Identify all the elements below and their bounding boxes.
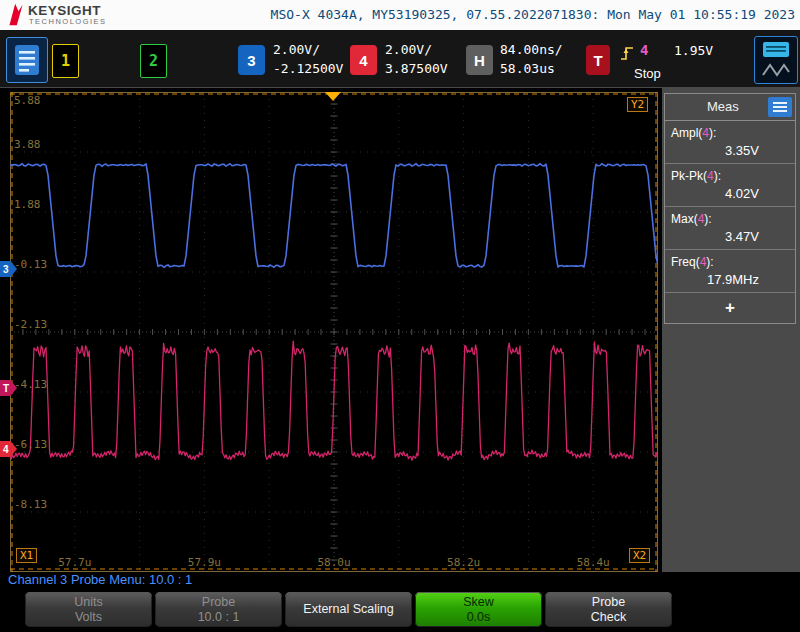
y-axis-label: -0.13 bbox=[14, 258, 47, 271]
meas-label-suffix: ): bbox=[704, 212, 711, 226]
meas-panel: Meas Ampl(4):3.35VPk-Pk(4):4.02VMax(4):3… bbox=[664, 93, 796, 324]
channel-3-scale: 2.00V/ bbox=[273, 40, 343, 59]
softkey-line1: Units bbox=[74, 595, 102, 610]
cursor-x1-label[interactable]: X1 bbox=[16, 548, 37, 563]
header-bar: KEYSIGHT TECHNOLOGIES MSO-X 4034A, MY531… bbox=[0, 0, 800, 30]
waveform-display bbox=[10, 92, 658, 572]
channel-4-settings: 2.00V/ 3.87500V bbox=[385, 40, 448, 78]
meas-value: 17.9MHz bbox=[671, 269, 789, 288]
status-bar: Channel 3 Probe Menu: 10.0 : 1 bbox=[0, 572, 800, 588]
meas-value: 4.02V bbox=[671, 183, 789, 202]
meas-label: Max(4): bbox=[671, 212, 789, 226]
softkey-external-scaling[interactable]: External Scaling bbox=[285, 592, 412, 627]
meas-label-prefix: Freq( bbox=[671, 255, 700, 269]
meas-label: Ampl(4): bbox=[671, 126, 789, 140]
meas-label-suffix: ): bbox=[706, 255, 713, 269]
brand-name: KEYSIGHT bbox=[28, 3, 101, 18]
y-axis-label: 3.88 bbox=[14, 138, 41, 151]
y-axis-label: -6.13 bbox=[14, 438, 47, 451]
trigger-source: 4 bbox=[640, 42, 648, 58]
softkey-line2: 0.0s bbox=[467, 610, 491, 625]
meas-menu-button[interactable] bbox=[768, 97, 792, 117]
meas-row[interactable]: Freq(4):17.9MHz bbox=[665, 250, 795, 293]
softkey-line2: 10.0 : 1 bbox=[198, 610, 240, 625]
meas-label: Freq(4): bbox=[671, 255, 789, 269]
oscilloscope-screen: KEYSIGHT TECHNOLOGIES MSO-X 4034A, MY531… bbox=[0, 0, 800, 632]
softkey-line1: Probe bbox=[592, 595, 625, 610]
y-axis-label: 1.88 bbox=[14, 198, 41, 211]
horizontal-scale: 84.00ns/ bbox=[500, 40, 563, 59]
display-settings-button[interactable] bbox=[754, 36, 798, 84]
softkey-line1: External Scaling bbox=[303, 602, 393, 617]
meas-label: Pk-Pk(4): bbox=[671, 169, 789, 183]
channel-3-offset: -2.12500V bbox=[273, 59, 343, 78]
horizontal-badge[interactable]: H bbox=[466, 45, 493, 75]
sidebar: Meas Ampl(4):3.35VPk-Pk(4):4.02VMax(4):3… bbox=[662, 88, 800, 572]
meas-row[interactable]: Pk-Pk(4):4.02V bbox=[665, 164, 795, 207]
y-axis-label: 5.88 bbox=[14, 94, 41, 107]
menu-icon bbox=[772, 101, 788, 113]
meas-row[interactable]: Ampl(4):3.35V bbox=[665, 121, 795, 164]
meas-label-prefix: Ampl( bbox=[671, 126, 702, 140]
y-axis-label: -8.13 bbox=[14, 498, 47, 511]
horizontal-settings: 84.00ns/ 58.03us bbox=[500, 40, 563, 78]
softkey-line2: Check bbox=[591, 610, 626, 625]
meas-label-ch: 4 bbox=[707, 169, 714, 183]
meas-panel-header: Meas bbox=[665, 94, 795, 121]
toolbar: 1 2 3 2.00V/ -2.12500V 4 2.00V/ 3.87500V… bbox=[0, 30, 800, 88]
meas-value: 3.35V bbox=[671, 140, 789, 159]
rising-edge-icon bbox=[620, 43, 635, 62]
cursor-x2-label[interactable]: X2 bbox=[629, 548, 650, 563]
trigger-level: 1.95V bbox=[674, 43, 713, 58]
channel-4-scale: 2.00V/ bbox=[385, 40, 448, 59]
softkey-line2: Volts bbox=[75, 610, 102, 625]
menu-icon bbox=[14, 44, 40, 76]
softkey-units: UnitsVolts bbox=[25, 592, 152, 627]
x-axis-label: 57.9u bbox=[188, 556, 221, 569]
x-axis-label: 58.4u bbox=[577, 556, 610, 569]
meas-items: Ampl(4):3.35VPk-Pk(4):4.02VMax(4):3.47VF… bbox=[665, 121, 795, 293]
meas-value: 3.47V bbox=[671, 226, 789, 245]
y-axis-label: -4.13 bbox=[14, 378, 47, 391]
add-measurement-button[interactable]: + bbox=[665, 293, 795, 323]
x-axis-label: 58.2u bbox=[447, 556, 480, 569]
cursor-y2-label[interactable]: Y2 bbox=[627, 97, 648, 112]
system-title: MSO-X 4034A, MY53190325, 07.55.202207183… bbox=[271, 7, 795, 22]
softkey-bar: UnitsVoltsProbe10.0 : 1External ScalingS… bbox=[0, 588, 800, 632]
softkey-line1: Probe bbox=[202, 595, 235, 610]
x-axis-label: 58.0u bbox=[317, 556, 350, 569]
meas-label-suffix: ): bbox=[709, 126, 716, 140]
keysight-logo-icon bbox=[7, 2, 25, 27]
meas-panel-title: Meas bbox=[707, 99, 739, 114]
waveform-display-icon bbox=[760, 39, 792, 81]
trigger-position-icon[interactable] bbox=[325, 92, 341, 101]
status-text: Channel 3 Probe Menu: 10.0 : 1 bbox=[8, 572, 192, 587]
channel-3-badge[interactable]: 3 bbox=[238, 45, 265, 75]
waveform-traces bbox=[10, 92, 658, 572]
channel-2-button[interactable]: 2 bbox=[140, 44, 167, 78]
softkey-line1: Skew bbox=[463, 595, 494, 610]
softkey-skew[interactable]: Skew0.0s bbox=[415, 592, 542, 627]
softkey-probe: Probe10.0 : 1 bbox=[155, 592, 282, 627]
channel-4-offset: 3.87500V bbox=[385, 59, 448, 78]
channel-4-badge[interactable]: 4 bbox=[350, 45, 377, 75]
channel-1-button[interactable]: 1 bbox=[52, 44, 79, 78]
acquisition-status: Stop bbox=[634, 66, 661, 81]
main-menu-button[interactable] bbox=[6, 37, 48, 83]
trigger-badge[interactable]: T bbox=[586, 45, 610, 75]
meas-label-prefix: Pk-Pk( bbox=[671, 169, 707, 183]
meas-label-suffix: ): bbox=[714, 169, 721, 183]
meas-row[interactable]: Max(4):3.47V bbox=[665, 207, 795, 250]
brand-sub: TECHNOLOGIES bbox=[29, 17, 107, 26]
meas-label-prefix: Max( bbox=[671, 212, 698, 226]
horizontal-delay: 58.03us bbox=[500, 59, 563, 78]
y-axis-label: -2.13 bbox=[14, 318, 47, 331]
softkey-probe[interactable]: ProbeCheck bbox=[545, 592, 672, 627]
x-axis-label: 57.7u bbox=[58, 556, 91, 569]
channel-3-settings: 2.00V/ -2.12500V bbox=[273, 40, 343, 78]
